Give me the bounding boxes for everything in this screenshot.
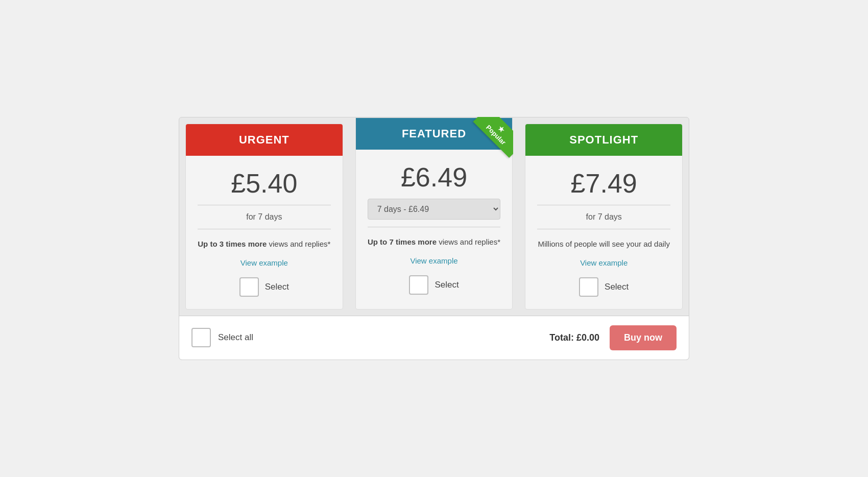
spotlight-divider-2 <box>537 229 670 229</box>
spotlight-select-row: Select <box>579 277 629 297</box>
spotlight-price: £7.49 <box>571 168 637 199</box>
featured-description: Up to 7 times more views and replies* <box>357 236 511 248</box>
spotlight-header: SPOTLIGHT <box>525 124 682 156</box>
pricing-wrapper: URGENT £5.40 for 7 days Up to 3 times mo… <box>179 117 689 360</box>
featured-divider <box>368 227 501 227</box>
featured-select-label: Select <box>435 280 459 290</box>
featured-description-rest: views and replies* <box>437 237 500 246</box>
urgent-divider-1 <box>198 205 331 205</box>
urgent-description-rest: views and replies* <box>267 240 330 248</box>
card-spotlight: SPOTLIGHT £7.49 for 7 days Millions of p… <box>525 124 683 309</box>
cards-row: URGENT £5.40 for 7 days Up to 3 times mo… <box>179 117 689 316</box>
spotlight-description-rest: Millions of people will see your ad dail… <box>538 240 669 248</box>
featured-header-label: FEATURED <box>402 127 466 140</box>
select-all-label: Select all <box>218 332 253 343</box>
featured-duration-select[interactable]: 7 days - £6.49 14 days - £11.99 30 days … <box>368 199 501 220</box>
popular-badge: ★ Popular <box>467 117 513 163</box>
urgent-view-example[interactable]: View example <box>240 258 288 267</box>
featured-select-row: Select <box>409 275 459 295</box>
spotlight-header-label: SPOTLIGHT <box>569 133 638 146</box>
featured-checkbox[interactable] <box>409 275 428 295</box>
select-all-checkbox[interactable] <box>191 328 211 347</box>
urgent-header: URGENT <box>186 124 343 156</box>
footer-left: Select all <box>191 328 253 347</box>
featured-price: £6.49 <box>401 162 467 193</box>
spotlight-checkbox[interactable] <box>579 277 598 297</box>
urgent-select-row: Select <box>239 277 289 297</box>
spotlight-description: Millions of people will see your ad dail… <box>527 238 680 250</box>
buy-now-button[interactable]: Buy now <box>610 325 677 350</box>
urgent-select-label: Select <box>265 282 289 292</box>
spotlight-divider-1 <box>537 205 670 205</box>
featured-description-bold: Up to 7 times more <box>368 237 437 246</box>
urgent-divider-2 <box>198 229 331 229</box>
urgent-header-label: URGENT <box>239 133 290 146</box>
urgent-price: £5.40 <box>231 168 297 199</box>
footer-total: Total: £0.00 <box>549 332 599 343</box>
urgent-description: Up to 3 times more views and replies* <box>187 238 341 250</box>
featured-view-example[interactable]: View example <box>410 256 457 265</box>
spotlight-select-label: Select <box>605 282 629 292</box>
card-featured: ★ Popular FEATURED £6.49 7 days - £6.49 … <box>355 117 513 309</box>
spotlight-duration: for 7 days <box>586 212 622 222</box>
footer-bar: Select all Total: £0.00 Buy now <box>179 316 689 360</box>
spotlight-view-example[interactable]: View example <box>580 258 628 267</box>
urgent-duration: for 7 days <box>246 212 282 222</box>
popular-badge-content: ★ Popular <box>473 117 514 158</box>
urgent-description-bold: Up to 3 times more <box>198 240 267 248</box>
footer-right: Total: £0.00 Buy now <box>549 325 677 350</box>
urgent-checkbox[interactable] <box>239 277 259 297</box>
card-urgent: URGENT £5.40 for 7 days Up to 3 times mo… <box>185 124 343 309</box>
